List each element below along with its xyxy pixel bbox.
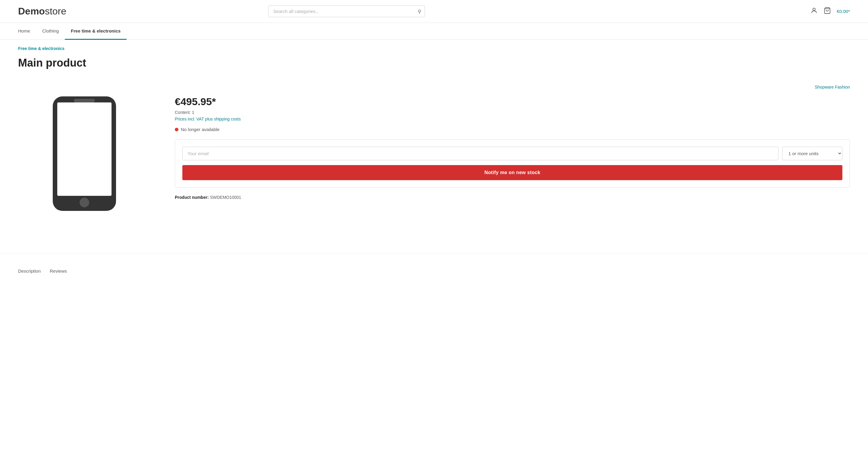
availability-text: No longer available (181, 127, 219, 132)
cart-icon[interactable] (824, 7, 831, 16)
shopware-link[interactable]: Shopware Fashion (815, 85, 850, 90)
user-icon[interactable] (810, 7, 818, 16)
product-content: Content: 1 (175, 110, 850, 115)
cart-label[interactable]: €0.00* (837, 9, 850, 14)
tab-reviews[interactable]: Reviews (50, 265, 73, 277)
nav-item-clothing[interactable]: Clothing (36, 23, 65, 40)
breadcrumb-link[interactable]: Free time & electronics (18, 46, 64, 51)
tab-description[interactable]: Description (18, 265, 47, 277)
product-image (50, 93, 119, 214)
vat-link[interactable]: Prices incl. VAT plus shipping costs (175, 117, 850, 121)
main-content: Main product Shopware Fashion €495.95* C… (0, 54, 868, 247)
product-info: Shopware Fashion €495.95* Content: 1 Pri… (175, 78, 850, 200)
product-number-value: SWDEMO10001 (210, 195, 241, 200)
svg-rect-4 (74, 99, 95, 102)
product-layout: Shopware Fashion €495.95* Content: 1 Pri… (18, 78, 850, 229)
svg-rect-3 (57, 102, 112, 196)
bottom-tabs: Description Reviews (0, 253, 868, 277)
availability-status: No longer available (175, 127, 850, 132)
email-input[interactable] (182, 147, 778, 160)
search-bar: ⚲ (268, 5, 425, 17)
logo[interactable]: Demostore (18, 6, 66, 17)
product-title: Main product (18, 57, 850, 69)
nav-item-free-time[interactable]: Free time & electronics (65, 23, 127, 40)
search-icon[interactable]: ⚲ (418, 8, 421, 14)
main-nav: Home Clothing Free time & electronics (0, 23, 868, 40)
units-select[interactable]: 1 or more units 2 or more units 3 or mor… (782, 147, 842, 160)
logo-light: store (45, 6, 66, 17)
product-number: Product number: SWDEMO10001 (175, 195, 850, 200)
product-number-label: Product number: (175, 195, 209, 200)
search-input[interactable] (268, 5, 425, 17)
notify-button[interactable]: Notify me on new stock (182, 165, 842, 180)
notify-box: 1 or more units 2 or more units 3 or mor… (175, 139, 850, 188)
header-actions: €0.00* (810, 7, 850, 16)
breadcrumb: Free time & electronics (0, 40, 868, 54)
header: Demostore ⚲ €0.00* (0, 0, 868, 23)
logo-bold: Demo (18, 6, 45, 17)
product-price: €495.95* (175, 96, 850, 107)
notify-inputs: 1 or more units 2 or more units 3 or mor… (182, 147, 842, 160)
svg-point-5 (80, 198, 89, 207)
product-image-area (18, 78, 151, 229)
svg-point-0 (813, 8, 815, 10)
shopware-link-area: Shopware Fashion (175, 84, 850, 90)
nav-item-home[interactable]: Home (18, 23, 36, 40)
availability-dot (175, 128, 179, 131)
